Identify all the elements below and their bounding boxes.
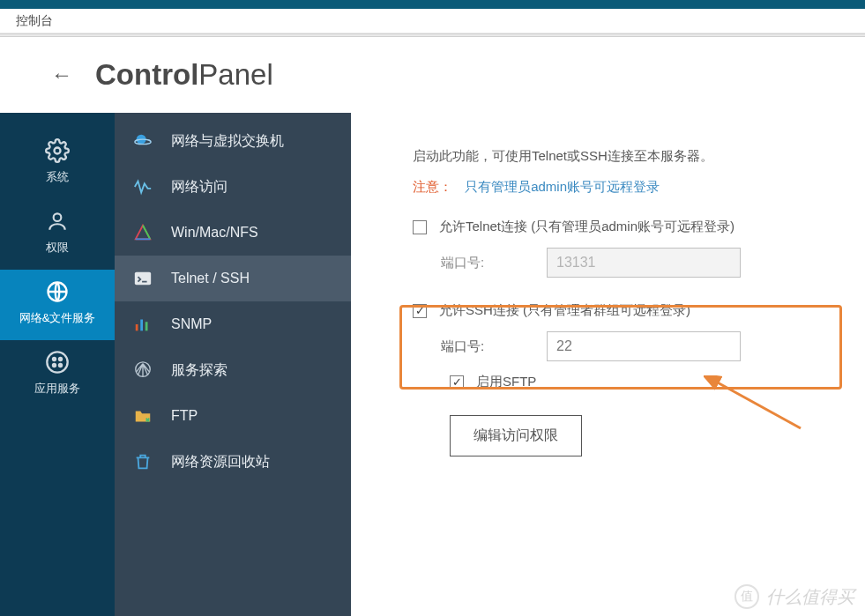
trash-icon — [130, 449, 155, 474]
subnav-item-winmacnfs[interactable]: Win/Mac/NFS — [115, 210, 351, 256]
ssh-port-label: 端口号: — [441, 338, 547, 355]
svg-rect-13 — [145, 322, 148, 330]
left-item-label: 系统 — [0, 169, 115, 185]
telnet-checkbox-row: 允许Telnet连接 (只有管理员admin账号可远程登录) — [413, 219, 839, 235]
subnav-label: FTP — [171, 408, 198, 424]
watermark-text: 什么值得买 — [766, 585, 854, 609]
subnav-item-network-access[interactable]: 网络访问 — [115, 164, 351, 210]
console-label: 控制台 — [0, 9, 865, 33]
window-titlebar — [0, 0, 865, 9]
triangle-icon — [130, 220, 155, 245]
telnet-port-input — [547, 248, 741, 278]
left-item-label: 应用服务 — [0, 381, 115, 397]
user-icon — [0, 208, 115, 234]
sftp-checkbox[interactable] — [450, 375, 464, 390]
subnav-item-telnet-ssh[interactable]: Telnet / SSH — [115, 256, 351, 301]
note-text: 只有管理员admin账号可远程登录 — [465, 179, 660, 194]
svg-point-3 — [47, 352, 67, 372]
left-iconbar: 系统 权限 网络&文件服务 应用服务 — [0, 113, 115, 616]
svg-point-6 — [53, 364, 56, 367]
left-item-label: 权限 — [0, 240, 115, 256]
note-line: 注意： 只有管理员admin账号可远程登录 — [413, 179, 839, 196]
note-label: 注意： — [413, 179, 452, 194]
folder-arrow-icon — [130, 404, 155, 428]
telnet-checkbox[interactable] — [413, 220, 427, 234]
subnav-item-network-switch[interactable]: 网络与虚拟交换机 — [115, 118, 351, 164]
subnav-label: Telnet / SSH — [171, 271, 250, 286]
svg-point-0 — [55, 148, 61, 154]
subnav-label: 网络访问 — [171, 178, 227, 197]
svg-rect-12 — [140, 320, 143, 331]
subnav-item-recycle[interactable]: 网络资源回收站 — [115, 439, 351, 485]
telnet-port-row: 端口号: — [441, 248, 839, 278]
watermark-badge: 值 — [735, 584, 759, 609]
svg-rect-11 — [136, 324, 138, 330]
subnav-label: 服务探索 — [171, 361, 227, 380]
activity-icon — [130, 174, 155, 199]
telnet-checkbox-label: 允许Telnet连接 (只有管理员admin账号可远程登录) — [439, 219, 735, 235]
subnav-label: 网络资源回收站 — [171, 453, 270, 471]
svg-point-5 — [59, 358, 62, 360]
ssh-checkbox-label: 允许SSH连接 (只有管理者群组可远程登录) — [439, 302, 690, 319]
subnav-item-discovery[interactable]: 服务探索 — [115, 347, 351, 393]
gear-icon — [0, 137, 115, 164]
subnav-item-snmp[interactable]: SNMP — [115, 301, 351, 347]
sftp-checkbox-label: 启用SFTP — [476, 374, 536, 390]
back-arrow-icon[interactable]: ← — [51, 63, 72, 87]
planet-icon — [130, 129, 155, 153]
svg-point-7 — [59, 364, 62, 367]
left-item-system[interactable]: 系统 — [0, 129, 115, 199]
ssh-checkbox[interactable] — [413, 304, 427, 318]
left-item-network-files[interactable]: 网络&文件服务 — [0, 270, 115, 340]
edit-permissions-button[interactable]: 编辑访问权限 — [450, 415, 582, 456]
left-item-permissions[interactable]: 权限 — [0, 199, 115, 270]
telnet-port-label: 端口号: — [441, 255, 547, 271]
content-panel: 启动此功能，可使用Telnet或SSH连接至本服务器。 注意： 只有管理员adm… — [351, 113, 865, 616]
globe-icon — [0, 278, 115, 305]
shell-icon — [130, 358, 155, 382]
sftp-checkbox-row: 启用SFTP — [450, 374, 839, 390]
edit-permissions-row: 编辑访问权限 — [450, 415, 839, 456]
subnav-label: SNMP — [171, 316, 212, 332]
watermark: 值 什么值得买 — [735, 584, 854, 609]
left-item-label: 网络&文件服务 — [0, 310, 115, 326]
bars-icon — [130, 312, 155, 337]
page-title: ControlPanel — [95, 58, 273, 92]
svg-point-1 — [54, 213, 62, 221]
svg-point-4 — [53, 358, 56, 360]
page-title-bold: Control — [95, 58, 198, 91]
ssh-port-input[interactable] — [547, 331, 741, 361]
terminal-icon — [130, 266, 155, 291]
sub-navigation: 网络与虚拟交换机 网络访问 Win/Mac/NFS Telnet / SSH — [115, 113, 351, 616]
left-item-apps[interactable]: 应用服务 — [0, 340, 115, 411]
ssh-port-row: 端口号: — [441, 331, 839, 361]
page-title-light: Panel — [198, 58, 272, 91]
subnav-label: Win/Mac/NFS — [171, 225, 258, 241]
apps-circle-icon — [0, 349, 115, 375]
ssh-checkbox-row: 允许SSH连接 (只有管理者群组可远程登录) — [413, 302, 839, 319]
subnav-item-ftp[interactable]: FTP — [115, 393, 351, 439]
subnav-label: 网络与虚拟交换机 — [171, 132, 284, 151]
svg-rect-10 — [135, 272, 151, 286]
description-text: 启动此功能，可使用Telnet或SSH连接至本服务器。 — [413, 148, 839, 165]
page-header: ← ControlPanel — [0, 37, 865, 113]
